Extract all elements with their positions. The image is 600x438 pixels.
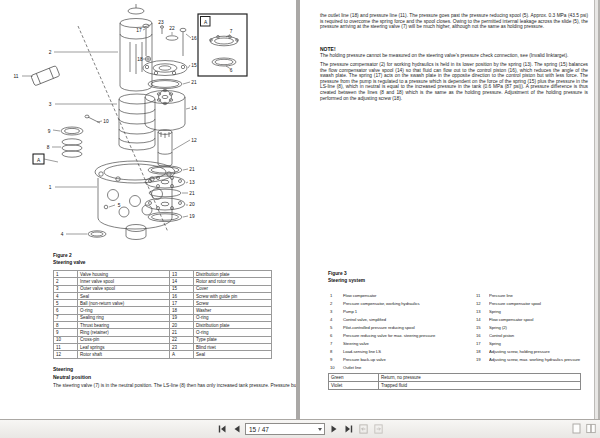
detail-pointer-dashed-line: [78, 26, 168, 232]
table-row: 11Leaf springs23Blind rivet: [54, 343, 272, 350]
table-cell: Type plate: [194, 336, 272, 343]
table-cell: Pressure reducing valve for max. steerin…: [343, 333, 476, 341]
table-row: 9Ring (retainer)21O-ring: [54, 329, 272, 336]
table-cell: Flow compensator: [343, 293, 476, 301]
figure3-caption-line2: Steering system: [328, 278, 365, 285]
table-cell: 17: [170, 300, 194, 307]
paragraph-1: the outlet line (18) and pressure line (…: [320, 13, 588, 30]
table-row: 1Flow compensator11Pressure line: [330, 293, 588, 301]
table-cell: Control valve, simplified: [343, 317, 476, 325]
callout-label: 10: [103, 119, 109, 124]
two-page-view-icon: [586, 423, 596, 434]
section-heading: Steering: [53, 366, 73, 372]
table-cell: 8: [54, 322, 78, 329]
table-row: 4Control valve, simplified14Flow compens…: [330, 317, 588, 325]
table-cell: Seal: [78, 292, 170, 299]
callout-label: 20: [189, 202, 195, 207]
callout-label: 1: [49, 185, 52, 190]
callout-label: 15: [191, 63, 197, 68]
table-cell: 16: [476, 333, 489, 341]
previous-view-button[interactable]: [357, 422, 370, 436]
callout-label: 13: [189, 180, 195, 185]
single-page-view-icon: [572, 423, 581, 434]
table-cell: Blind rivet: [194, 343, 272, 350]
previous-page-button[interactable]: [230, 422, 243, 436]
table-cell: Steering valve: [343, 341, 476, 349]
table-cell: 15: [476, 325, 489, 333]
table-cell: Screw with guide pin: [194, 292, 272, 299]
next-view-button[interactable]: [372, 422, 385, 436]
callout-label: 17: [136, 28, 142, 33]
combo-dropdown-arrow-icon[interactable]: [318, 428, 322, 431]
callout-label: 6: [230, 68, 233, 73]
callout-label: 19: [189, 214, 195, 219]
callout-label: 3: [49, 102, 52, 107]
table-cell: 1: [330, 293, 343, 301]
table-cell: Rotor and rotor ring: [194, 278, 272, 285]
table-cell: [476, 365, 489, 373]
table-cell: Pressure back-up valve: [343, 357, 476, 365]
table-cell: Cross-pin: [78, 336, 170, 343]
table-cell: 12: [476, 301, 489, 309]
figure2-caption: Figure 2 Steering valve: [53, 253, 86, 267]
next-page-button[interactable]: [327, 422, 340, 436]
callout-label: 16: [191, 36, 197, 41]
table-cell: 3: [54, 285, 78, 292]
table-cell: Washer: [194, 307, 272, 314]
table-cell: Return, no pressure: [379, 374, 581, 382]
table-cell: 21: [170, 329, 194, 336]
table-cell: 20: [170, 322, 194, 329]
table-cell: O-ring: [194, 329, 272, 336]
table-cell: 12: [54, 351, 78, 358]
callout-label: 4: [61, 232, 64, 237]
table-row: 12Rotor shaftASeal: [54, 351, 272, 358]
table-cell: 6: [330, 333, 343, 341]
table-cell: 18: [170, 307, 194, 314]
table-cell: 16: [170, 292, 194, 299]
table-cell: 8: [330, 349, 343, 357]
next-page-icon: [329, 424, 339, 434]
table-row: 10Cross-pin22Type plate: [54, 336, 272, 343]
table-cell: 9: [330, 357, 343, 365]
table-cell: Load-sensing line LS: [343, 349, 476, 357]
last-page-button[interactable]: [342, 422, 355, 436]
table-cell: Rotor shaft: [78, 351, 170, 358]
table-cell: O-ring: [194, 314, 272, 321]
first-page-button[interactable]: [215, 422, 228, 436]
previous-view-icon: [358, 423, 369, 435]
last-page-icon: [344, 424, 354, 434]
table-row: VioletTrapped fluid: [329, 382, 581, 390]
callout-label: 21: [189, 191, 195, 196]
paragraph-2: The pressure compensator (2) for working…: [320, 62, 588, 101]
table-cell: Control piston: [489, 333, 588, 341]
table-cell: Distribution plate: [194, 322, 272, 329]
table-cell: Leaf springs: [78, 343, 170, 350]
table-cell: Screw: [194, 300, 272, 307]
two-page-view-button[interactable]: [585, 422, 597, 435]
table-cell: 11: [476, 293, 489, 301]
table-cell: 9: [54, 329, 78, 336]
table-cell: Adjusting screw, holding pressure: [489, 349, 588, 357]
table-cell: 23: [170, 343, 194, 350]
table-cell: 5: [54, 300, 78, 307]
page-indicator-combobox[interactable]: 15 / 47: [245, 423, 325, 435]
next-view-icon: [373, 423, 384, 435]
table-cell: 7: [54, 314, 78, 321]
first-page-icon: [217, 424, 227, 434]
table-row: 8Thrust bearing20Distribution plate: [54, 322, 272, 329]
subsection-heading: Neutral position: [53, 374, 91, 380]
table-cell: Adjusting screw, max. working hydraulics…: [489, 357, 588, 365]
single-page-view-button[interactable]: [570, 422, 582, 435]
table-cell: Pressure line: [489, 293, 588, 301]
table-cell: 14: [476, 317, 489, 325]
table-cell: Valve housing: [78, 271, 170, 278]
table-cell: 3: [330, 309, 343, 317]
callout-label: 22: [169, 26, 175, 31]
figure3-caption-line1: Figure 3: [328, 271, 365, 278]
view-mode-group: [570, 422, 597, 435]
table-cell: A: [170, 351, 194, 358]
pdf-viewer-window: 21131098A1541723221618152114122113212019…: [0, 0, 600, 438]
table-cell: 2: [330, 301, 343, 309]
table-cell: Green: [329, 374, 379, 382]
callout-label: 12: [191, 138, 197, 143]
